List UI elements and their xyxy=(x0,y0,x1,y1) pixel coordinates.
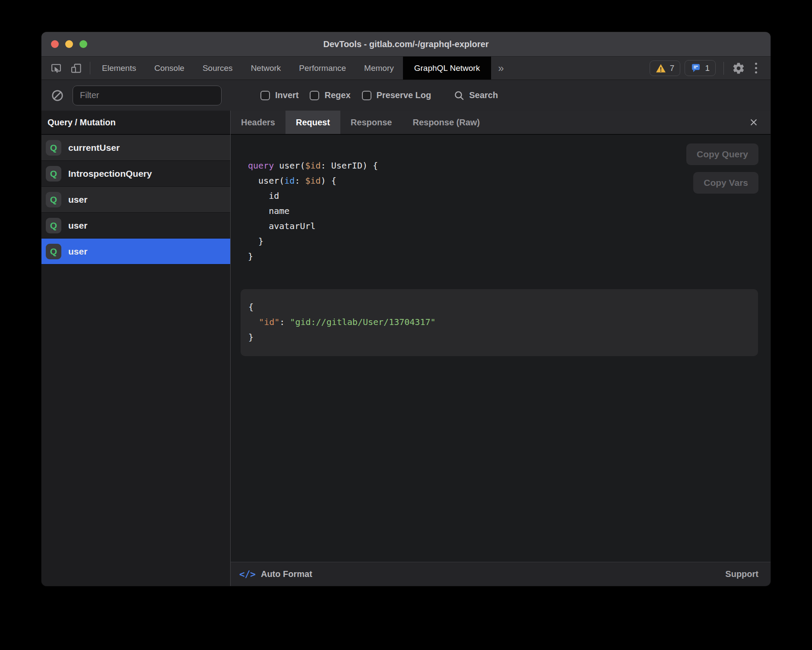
messages-badge[interactable]: 1 xyxy=(685,60,716,76)
preserve-log-label: Preserve Log xyxy=(377,90,431,100)
tab-elements[interactable]: Elements xyxy=(93,57,145,80)
tab-graphql-network[interactable]: GraphQL Network xyxy=(403,57,491,80)
close-window-button[interactable] xyxy=(51,40,59,48)
search-button[interactable]: Search xyxy=(454,90,498,101)
chat-bubble-icon xyxy=(691,63,701,73)
panel-footer: </> Auto Format Support xyxy=(231,562,771,586)
query-type-badge: Q xyxy=(46,166,61,182)
list-item-user-3-selected[interactable]: Q user xyxy=(41,239,230,264)
request-content: Copy Query Copy Vars query user($id: Use… xyxy=(231,135,771,562)
query-type-badge: Q xyxy=(46,244,61,259)
tab-request[interactable]: Request xyxy=(285,111,340,134)
more-options-kebab-icon[interactable] xyxy=(750,63,762,73)
search-label: Search xyxy=(469,90,498,100)
window-title: DevTools - gitlab.com/-/graphql-explorer xyxy=(323,39,488,49)
close-icon xyxy=(749,118,758,127)
warning-icon xyxy=(656,64,666,73)
detail-tab-bar: Headers Request Response Response (Raw) xyxy=(231,111,771,135)
list-item-user-1[interactable]: Q user xyxy=(41,187,230,213)
tab-network[interactable]: Network xyxy=(242,57,290,80)
device-toolbar-icon[interactable] xyxy=(69,61,83,75)
tab-console[interactable]: Console xyxy=(145,57,193,80)
auto-format-label: Auto Format xyxy=(261,569,312,579)
traffic-lights xyxy=(51,32,87,56)
list-item-label: user xyxy=(68,194,87,205)
main-area: Query / Mutation Q currentUser Q Introsp… xyxy=(41,111,771,586)
support-link[interactable]: Support xyxy=(725,569,758,579)
query-list-sidebar: Query / Mutation Q currentUser Q Introsp… xyxy=(41,111,230,586)
copy-vars-button[interactable]: Copy Vars xyxy=(693,172,758,194)
tab-sources[interactable]: Sources xyxy=(193,57,242,80)
minimize-window-button[interactable] xyxy=(65,40,73,48)
list-item-label: currentUser xyxy=(68,143,120,153)
list-item-label: user xyxy=(68,220,87,231)
search-icon xyxy=(454,90,465,101)
inspect-element-icon[interactable] xyxy=(49,61,63,75)
tab-response[interactable]: Response xyxy=(340,111,403,134)
devtools-status-area: 7 1 xyxy=(650,57,771,80)
status-divider xyxy=(723,62,724,75)
sidebar-header: Query / Mutation xyxy=(41,111,230,135)
desktop-background: DevTools - gitlab.com/-/graphql-explorer… xyxy=(0,0,812,650)
tab-headers[interactable]: Headers xyxy=(231,111,285,134)
query-type-badge: Q xyxy=(46,140,61,156)
settings-gear-icon[interactable] xyxy=(732,61,745,75)
list-item-introspectionQuery[interactable]: Q IntrospectionQuery xyxy=(41,161,230,187)
clear-filter-icon[interactable] xyxy=(41,89,73,102)
copy-query-button[interactable]: Copy Query xyxy=(686,143,758,165)
list-item-user-2[interactable]: Q user xyxy=(41,213,230,239)
tab-performance[interactable]: Performance xyxy=(290,57,355,80)
auto-format-button[interactable]: </> Auto Format xyxy=(239,569,312,580)
tab-memory[interactable]: Memory xyxy=(355,57,403,80)
checkbox-icon[interactable] xyxy=(362,91,371,100)
devtools-panel-tabs: Elements Console Sources Network Perform… xyxy=(93,57,511,80)
detail-panel: Headers Request Response Response (Raw) … xyxy=(230,111,771,586)
filter-input[interactable] xyxy=(73,86,222,105)
query-type-badge: Q xyxy=(46,192,61,207)
list-item-label: IntrospectionQuery xyxy=(68,169,152,179)
regex-label: Regex xyxy=(324,90,350,100)
tab-response-raw[interactable]: Response (Raw) xyxy=(402,111,490,134)
query-type-badge: Q xyxy=(46,218,61,233)
graphql-variables-box: { "id": "gid://gitlab/User/13704317"} xyxy=(241,289,758,356)
code-brackets-icon: </> xyxy=(239,569,256,580)
message-count: 1 xyxy=(705,64,710,73)
devtools-toolbar-icons xyxy=(41,57,87,80)
regex-checkbox[interactable]: Regex xyxy=(310,90,350,100)
titlebar: DevTools - gitlab.com/-/graphql-explorer xyxy=(41,32,771,56)
checkbox-icon[interactable] xyxy=(260,91,270,100)
close-panel-button[interactable] xyxy=(737,111,771,134)
devtools-window: DevTools - gitlab.com/-/graphql-explorer… xyxy=(41,32,771,586)
more-tabs-chevron-icon[interactable]: » xyxy=(491,57,511,80)
invert-label: Invert xyxy=(275,90,298,100)
maximize-window-button[interactable] xyxy=(79,40,87,48)
preserve-log-checkbox[interactable]: Preserve Log xyxy=(362,90,431,100)
checkbox-icon[interactable] xyxy=(310,91,319,100)
toolbar-divider xyxy=(90,62,90,74)
warning-count: 7 xyxy=(670,64,675,73)
devtools-tab-bar: Elements Console Sources Network Perform… xyxy=(41,56,771,80)
list-item-label: user xyxy=(68,246,87,257)
filter-options: Invert Regex Preserve Log Search xyxy=(260,90,498,101)
list-item-currentUser[interactable]: Q currentUser xyxy=(41,135,230,161)
warnings-badge[interactable]: 7 xyxy=(650,61,681,76)
filter-toolbar: Invert Regex Preserve Log Search xyxy=(41,80,771,111)
invert-checkbox[interactable]: Invert xyxy=(260,90,298,100)
